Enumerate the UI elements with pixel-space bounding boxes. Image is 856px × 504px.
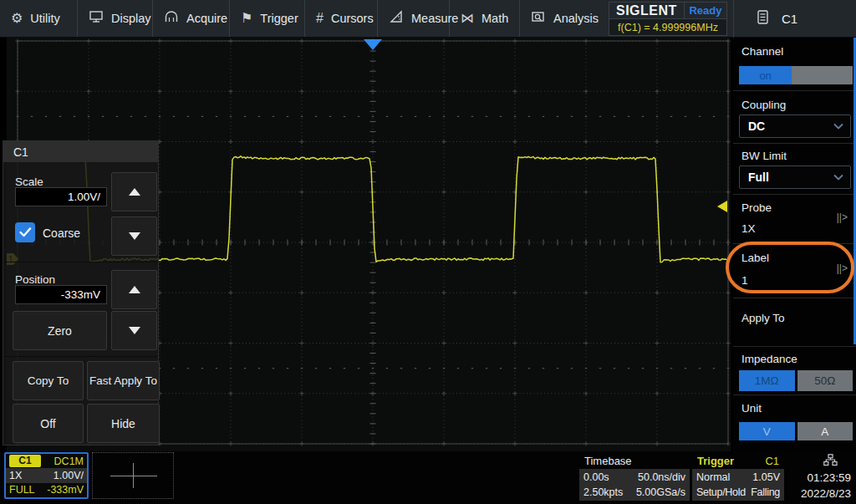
timebase-status-box[interactable]: Timebase 0.00s 50.0ns/div 2.50kpts 5.00G… — [579, 452, 690, 501]
status-bar: C1 DC1M 1X 1.00V/ FULL -333mV Timebase 0… — [0, 451, 856, 504]
crosshair-icon — [133, 463, 134, 488]
channel-coupling-readout: DC1M — [54, 456, 84, 467]
dialog-title: C1 — [3, 141, 158, 162]
sidebar-header: C1 — [733, 0, 856, 38]
datetime-box: 01:23:59 2022/8/23 — [787, 452, 853, 501]
coarse-checkbox[interactable] — [15, 222, 35, 242]
lan-network-icon[interactable] — [823, 452, 851, 470]
position-input[interactable]: -333mV — [15, 285, 107, 304]
zero-button[interactable]: Zero — [13, 311, 107, 350]
menu-measure[interactable]: Measure — [378, 0, 450, 37]
top-menu-bar: ⚙ Utility Display Acquire ⚑ Trigger # Cu… — [0, 0, 856, 38]
menu-analysis-label: Analysis — [553, 12, 599, 25]
chevron-down-icon — [833, 123, 843, 130]
toggle-on-segment[interactable]: on — [739, 66, 792, 84]
unit-section-label: Unit — [741, 402, 762, 415]
menu-trigger[interactable]: ⚑ Trigger — [230, 0, 305, 37]
menu-math-label: Math — [482, 12, 508, 25]
channel-settings-sidebar: Channel on Coupling DC BW Limit Full Pro… — [733, 38, 856, 451]
bw-limit-section-label: BW Limit — [741, 150, 787, 162]
impedance-1mohm-button[interactable]: 1MΩ — [739, 370, 795, 391]
timebase-delay: 0.00s — [583, 471, 609, 483]
impedance-50ohm-button[interactable]: 50Ω — [797, 370, 853, 391]
math-bowtie-icon: ⋈ — [461, 12, 474, 25]
position-decrease-button[interactable] — [111, 311, 157, 350]
position-increase-button[interactable] — [111, 270, 157, 309]
label-section-label[interactable]: Label — [741, 252, 769, 264]
probe-section-label[interactable]: Probe — [741, 201, 772, 214]
trigger-level-marker[interactable] — [717, 201, 727, 212]
coarse-label: Coarse — [43, 227, 80, 240]
channel1-settings-dialog: C1 Scale 1.00V/ Coarse Position -333mV Z… — [3, 140, 159, 445]
coupling-value: DC — [748, 120, 833, 133]
menu-display[interactable]: Display — [78, 0, 153, 37]
unit-volt-button[interactable]: V — [739, 422, 795, 440]
menu-display-label: Display — [111, 12, 151, 25]
coupling-dropdown[interactable]: DC — [739, 115, 851, 138]
unit-amp-button[interactable]: A — [797, 422, 853, 440]
channel1-badge: C1 — [9, 455, 41, 467]
channel-scale-readout: 1.00V/ — [54, 470, 84, 481]
menu-cursors[interactable]: # Cursors — [305, 0, 378, 37]
position-label: Position — [15, 273, 55, 286]
check-icon — [19, 227, 32, 237]
timebase-sample-rate: 5.00GSa/s — [636, 486, 685, 498]
toggle-off-segment[interactable] — [792, 66, 853, 84]
menu-cursors-label: Cursors — [331, 12, 374, 25]
unit-selector: V A — [739, 422, 853, 440]
channel-offset-readout: -333mV — [47, 484, 84, 496]
trigger-mode: Normal — [696, 471, 730, 483]
sidebar-title: C1 — [782, 12, 797, 26]
scale-decrease-button[interactable] — [111, 216, 157, 256]
trigger-level: 1.05V — [752, 471, 780, 483]
analysis-folder-icon — [531, 10, 546, 27]
display-icon — [89, 10, 104, 27]
probe-value: 1X — [741, 222, 756, 235]
label-value: 1 — [741, 274, 748, 287]
siglent-logo: SIGLENT — [609, 3, 685, 18]
scale-input[interactable]: 1.00V/ — [15, 187, 107, 206]
timebase-title: Timebase — [584, 455, 632, 467]
cursors-grid-icon: # — [316, 12, 324, 25]
menu-analysis[interactable]: Analysis — [520, 0, 602, 37]
fast-apply-to-button[interactable]: Fast Apply To — [87, 361, 160, 400]
scale-increase-button[interactable] — [111, 172, 157, 211]
menu-acquire[interactable]: Acquire — [153, 0, 230, 37]
bw-limit-dropdown[interactable]: Full — [739, 165, 851, 189]
crosshair-icon — [110, 476, 157, 476]
clock-date: 2022/8/23 — [801, 486, 851, 501]
impedance-selector: 1MΩ 50Ω — [739, 370, 853, 391]
apply-to-section-label[interactable]: Apply To — [741, 312, 785, 324]
hide-button[interactable]: Hide — [87, 404, 160, 443]
channel-probe-readout: 1X — [9, 470, 22, 481]
channel-bandwidth-readout: FULL — [9, 484, 35, 496]
trigger-status-box[interactable]: Trigger C1 Normal 1.05V Setup/Hold Falli… — [692, 452, 784, 501]
trigger-slope: Falling — [751, 486, 780, 498]
flag-icon: ⚑ — [241, 12, 252, 25]
brand-status-block: SIGLENT Ready f(C1) = 4.999996MHz — [609, 2, 727, 36]
off-button[interactable]: Off — [13, 404, 84, 443]
channel-on-off-toggle[interactable]: on — [739, 66, 853, 84]
oscilloscope-screen: ⚙ Utility Display Acquire ⚑ Trigger # Cu… — [0, 0, 856, 504]
menu-utility[interactable]: ⚙ Utility — [0, 0, 78, 37]
acquisition-status: Ready — [685, 4, 726, 17]
chevron-down-icon — [833, 174, 843, 181]
probe-expand-icon[interactable]: ||> — [837, 211, 848, 223]
channel1-status-box[interactable]: C1 DC1M 1X 1.00V/ FULL -333mV — [4, 452, 89, 499]
trigger-position-marker[interactable] — [364, 39, 382, 50]
measure-ruler-icon — [389, 10, 404, 27]
gear-icon: ⚙ — [11, 12, 23, 25]
coupling-section-label: Coupling — [741, 99, 786, 111]
copy-to-button[interactable]: Copy To — [13, 361, 84, 400]
down-arrow-icon — [129, 232, 140, 240]
inactive-channel-slot[interactable] — [92, 452, 174, 499]
menu-trigger-label: Trigger — [260, 12, 298, 25]
menu-math[interactable]: ⋈ Math — [450, 0, 520, 37]
menu-acquire-label: Acquire — [186, 12, 227, 25]
trigger-source: C1 — [765, 455, 779, 467]
trigger-coupling: Setup/Hold — [696, 486, 746, 498]
label-expand-icon[interactable]: ||> — [837, 262, 848, 274]
frequency-counter-readout: f(C1) = 4.999996MHz — [609, 19, 726, 35]
clock-time: 01:23:59 — [807, 470, 851, 486]
scale-label: Scale — [15, 176, 43, 188]
